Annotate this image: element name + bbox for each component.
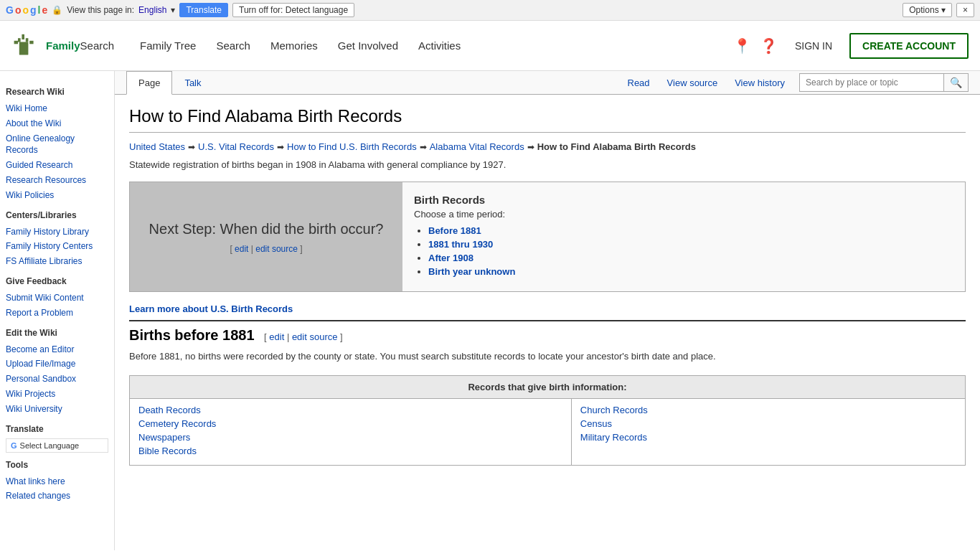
breadcrumb-arrow-4: ➡: [527, 142, 534, 152]
records-right-col: Church Records Census Military Records: [571, 398, 965, 465]
sidebar-wiki-policies[interactable]: Wiki Policies: [6, 188, 108, 203]
next-step-edit-links: [ edit | edit source ]: [149, 244, 384, 254]
header-right: 📍 ❓ SIGN IN CREATE ACCOUNT: [733, 33, 969, 59]
section-edit-source-link[interactable]: edit source: [292, 331, 338, 342]
sidebar-family-history-library[interactable]: Family History Library: [6, 225, 108, 240]
turn-off-button[interactable]: Turn off for: Detect language: [232, 3, 354, 17]
sidebar-report-problem[interactable]: Report a Problem: [6, 306, 108, 321]
sidebar-what-links-here[interactable]: What links here: [6, 474, 108, 489]
sidebar-fs-affiliate-libraries[interactable]: FS Affiliate Libraries: [6, 254, 108, 269]
info-box-left: Next Step: When did the birth occur? [ e…: [130, 182, 402, 291]
breadcrumb-arrow-1: ➡: [188, 142, 195, 152]
select-language-container: G Select Language: [6, 438, 108, 453]
list-item: After 1908: [428, 253, 953, 263]
breadcrumb-current: How to Find Alabama Birth Records: [537, 141, 696, 152]
language-link[interactable]: English: [138, 5, 166, 15]
1881-1930-link[interactable]: 1881 thru 1930: [428, 239, 493, 250]
search-button[interactable]: 🔍: [943, 74, 968, 91]
nav-search[interactable]: Search: [207, 34, 259, 57]
sign-in-button[interactable]: SIGN IN: [786, 34, 841, 57]
breadcrumb-united-states[interactable]: United States: [129, 141, 185, 152]
next-step-edit-link[interactable]: edit: [235, 244, 248, 254]
translate-button[interactable]: Translate: [179, 3, 228, 17]
lock-icon: 🔒: [52, 5, 62, 15]
sidebar-guided-research[interactable]: Guided Research: [6, 158, 108, 173]
sidebar-online-genealogy[interactable]: Online Genealogy Records: [6, 131, 108, 159]
tab-read[interactable]: Read: [619, 72, 659, 94]
sidebar-wiki-home[interactable]: Wiki Home: [6, 101, 108, 116]
next-step-box: Next Step: When did the birth occur? [ e…: [129, 182, 966, 292]
nav-get-involved[interactable]: Get Involved: [329, 34, 407, 57]
sidebar-about-wiki[interactable]: About the Wiki: [6, 116, 108, 131]
edit-wiki-title: Edit the Wiki: [6, 328, 108, 338]
sidebar-research-resources[interactable]: Research Resources: [6, 173, 108, 188]
search-input[interactable]: [800, 75, 943, 90]
records-table: Records that give birth information: Dea…: [129, 375, 966, 466]
breadcrumb-us-birth-records[interactable]: How to Find U.S. Birth Records: [287, 141, 417, 152]
before-1881-link[interactable]: Before 1881: [428, 225, 481, 236]
death-records-link[interactable]: Death Records: [138, 405, 562, 415]
close-translate-bar[interactable]: ×: [956, 3, 974, 17]
options-area: Options ▾ ×: [903, 3, 974, 17]
svg-rect-4: [29, 40, 33, 44]
nav-memories[interactable]: Memories: [262, 34, 326, 57]
familysearch-logo-icon: [11, 32, 40, 60]
select-language-button[interactable]: G Select Language: [6, 438, 108, 453]
section-text: Before 1881, no births were recorded by …: [129, 349, 966, 364]
section-edit-link[interactable]: edit: [269, 331, 284, 342]
svg-rect-1: [18, 38, 21, 42]
church-records-link[interactable]: Church Records: [580, 405, 956, 415]
birth-records-links: Before 1881 1881 thru 1930 After 1908 Bi…: [414, 225, 953, 277]
next-step-edit-source-link[interactable]: edit source: [255, 244, 298, 254]
main-content: Page Talk Read View source View history …: [115, 71, 980, 550]
sidebar-become-editor[interactable]: Become an Editor: [6, 342, 108, 357]
google-g-small: G: [11, 441, 17, 450]
options-button[interactable]: Options ▾: [903, 3, 952, 17]
tab-view-source[interactable]: View source: [659, 72, 727, 94]
table-row: Death Records Cemetery Records Newspaper…: [130, 398, 966, 465]
sidebar-wiki-projects[interactable]: Wiki Projects: [6, 387, 108, 402]
tab-talk[interactable]: Talk: [172, 71, 213, 95]
sidebar-related-changes[interactable]: Related changes: [6, 489, 108, 504]
learn-more-link[interactable]: Learn more about U.S. Birth Records: [129, 303, 966, 321]
records-table-header: Records that give birth information:: [130, 375, 966, 398]
logo-link[interactable]: FamilySearch: [11, 32, 114, 60]
after-1908-link[interactable]: After 1908: [428, 253, 473, 263]
sidebar-submit-wiki[interactable]: Submit Wiki Content: [6, 291, 108, 306]
sidebar-wiki-university[interactable]: Wiki University: [6, 402, 108, 417]
google-logo: Google: [6, 4, 47, 16]
breadcrumb-arrow-3: ➡: [420, 142, 427, 152]
article: How to Find Alabama Birth Records United…: [115, 95, 980, 486]
sidebar-upload-file[interactable]: Upload File/Image: [6, 357, 108, 372]
translate-title: Translate: [6, 424, 108, 434]
tab-page[interactable]: Page: [126, 71, 172, 95]
info-box-right: Birth Records Choose a time period: Befo…: [402, 182, 965, 291]
cemetery-records-link[interactable]: Cemetery Records: [138, 418, 562, 429]
tab-actions: Read View source View history 🔍: [619, 72, 969, 94]
main-navigation: Family Tree Search Memories Get Involved…: [131, 34, 733, 57]
bible-records-link[interactable]: Bible Records: [138, 446, 562, 456]
newspapers-link[interactable]: Newspapers: [138, 432, 562, 443]
nav-activities[interactable]: Activities: [410, 34, 469, 57]
svg-rect-3: [14, 40, 18, 44]
breadcrumb: United States ➡ U.S. Vital Records ➡ How…: [129, 141, 966, 152]
svg-rect-2: [26, 38, 29, 42]
birth-records-heading: Birth Records: [414, 194, 953, 206]
birth-year-unknown-link[interactable]: Birth year unknown: [428, 266, 515, 277]
svg-rect-0: [22, 34, 24, 39]
help-icon[interactable]: ❓: [760, 37, 778, 55]
military-records-link[interactable]: Military Records: [580, 432, 956, 443]
choose-time-period: Choose a time period:: [414, 209, 953, 220]
breadcrumb-us-vital-records[interactable]: U.S. Vital Records: [198, 141, 274, 152]
census-link[interactable]: Census: [580, 418, 956, 429]
main-header: FamilySearch Family Tree Search Memories…: [0, 21, 980, 71]
breadcrumb-alabama-vital-records[interactable]: Alabama Vital Records: [430, 141, 524, 152]
sidebar-personal-sandbox[interactable]: Personal Sandbox: [6, 372, 108, 387]
create-account-button[interactable]: CREATE ACCOUNT: [849, 33, 969, 59]
tab-view-history[interactable]: View history: [726, 72, 793, 94]
sidebar-family-history-centers[interactable]: Family History Centers: [6, 239, 108, 254]
location-icon[interactable]: 📍: [733, 37, 751, 55]
view-page-text: View this page in:: [67, 5, 134, 15]
svg-rect-5: [19, 42, 29, 55]
nav-family-tree[interactable]: Family Tree: [131, 34, 204, 57]
